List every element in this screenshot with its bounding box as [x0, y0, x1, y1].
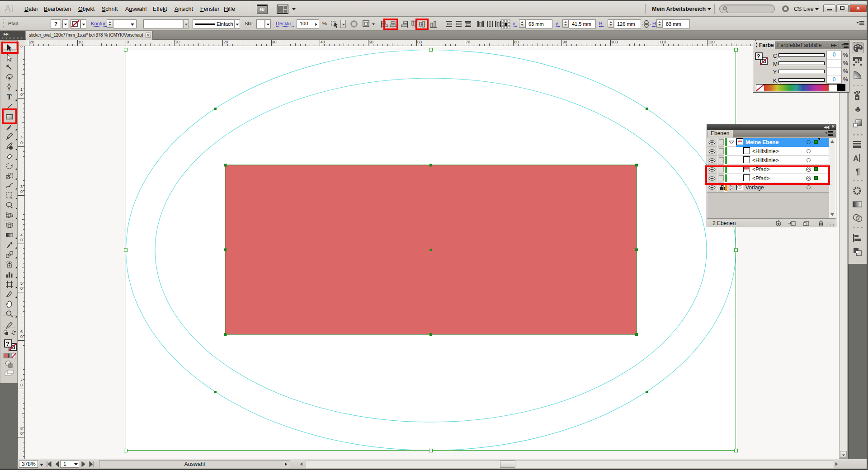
svg-text:?: ?	[757, 53, 760, 60]
svg-text:A: A	[853, 154, 859, 163]
svg-text:T: T	[7, 93, 12, 101]
svg-text:?: ?	[6, 340, 9, 347]
